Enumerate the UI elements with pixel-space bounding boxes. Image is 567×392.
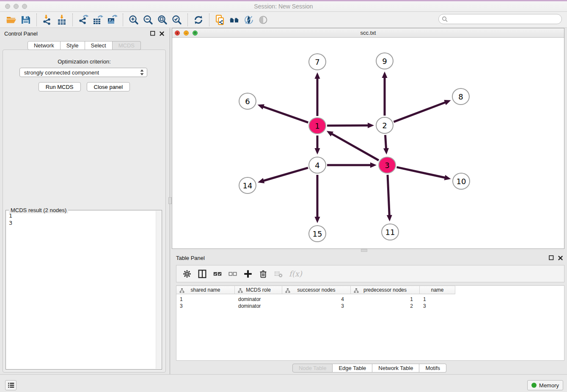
save-session-icon[interactable] bbox=[19, 13, 33, 27]
graph-node-9[interactable]: 9 bbox=[376, 52, 394, 69]
run-mcds-button[interactable]: Run MCDS bbox=[39, 82, 81, 91]
graph-node-15[interactable]: 15 bbox=[308, 225, 326, 242]
graph-node-6[interactable]: 6 bbox=[239, 93, 256, 110]
column-header-MCDS-role[interactable]: MCDS role bbox=[235, 286, 282, 294]
import-network-icon[interactable] bbox=[40, 13, 55, 27]
graph-node-1[interactable]: 1 bbox=[308, 117, 326, 134]
tab-mcds[interactable]: MCDS bbox=[113, 41, 141, 50]
cell[interactable]: 1 bbox=[176, 296, 235, 302]
main-toolbar bbox=[0, 12, 567, 28]
edge-1-7[interactable] bbox=[315, 72, 320, 116]
cell[interactable]: 1 bbox=[351, 296, 420, 302]
list-icon bbox=[7, 381, 15, 389]
column-header-name[interactable]: name bbox=[420, 286, 455, 294]
show-graphics-details-icon[interactable] bbox=[242, 13, 256, 27]
delete-table-icon[interactable] bbox=[272, 268, 285, 280]
zoom-in-icon[interactable] bbox=[127, 13, 141, 27]
function-builder-icon[interactable]: f(x) bbox=[287, 269, 302, 278]
edge-1-6[interactable] bbox=[258, 104, 308, 122]
select-all-icon[interactable] bbox=[211, 268, 224, 280]
zoom-selected-icon[interactable] bbox=[170, 13, 184, 27]
import-table-icon[interactable] bbox=[55, 13, 69, 27]
edge-3-11[interactable] bbox=[387, 175, 392, 221]
tab-motifs[interactable]: Motifs bbox=[419, 364, 446, 373]
table-row[interactable]: 3dominator323 bbox=[176, 303, 564, 309]
memory-button[interactable]: Memory bbox=[527, 380, 563, 390]
cell[interactable]: 3 bbox=[282, 303, 351, 309]
export-network-icon[interactable] bbox=[76, 13, 91, 27]
search-field[interactable] bbox=[438, 14, 562, 24]
graph-node-10[interactable]: 10 bbox=[452, 173, 470, 190]
tab-network[interactable]: Network bbox=[28, 41, 61, 50]
search-input[interactable] bbox=[448, 15, 561, 23]
node-table[interactable]: shared nameMCDS rolesuccessor nodesprede… bbox=[176, 285, 564, 361]
session-title: Session: New Session bbox=[0, 3, 567, 10]
table-header-row: shared nameMCDS rolesuccessor nodesprede… bbox=[176, 286, 564, 294]
toggle-column-icon[interactable] bbox=[196, 268, 209, 280]
graph-node-8[interactable]: 8 bbox=[452, 88, 470, 105]
open-file-icon[interactable] bbox=[4, 13, 19, 27]
cell[interactable]: 1 bbox=[420, 296, 455, 302]
graph-node-4[interactable]: 4 bbox=[308, 157, 326, 174]
export-table-icon[interactable] bbox=[91, 13, 105, 27]
create-column-icon[interactable] bbox=[242, 268, 254, 280]
table-row[interactable]: 1dominator411 bbox=[176, 296, 564, 303]
first-neighbors-icon[interactable] bbox=[227, 13, 242, 27]
tab-edge-table[interactable]: Edge Table bbox=[333, 364, 372, 373]
edge-2-8[interactable] bbox=[394, 100, 451, 122]
close-table-panel-icon[interactable] bbox=[558, 256, 563, 260]
edge-1-2[interactable] bbox=[327, 123, 374, 128]
zoom-fit-icon[interactable] bbox=[155, 13, 170, 27]
hide-graphics-details-icon[interactable] bbox=[256, 13, 270, 27]
edge-4-15[interactable] bbox=[315, 175, 320, 223]
cell[interactable]: dominator bbox=[235, 303, 282, 309]
edge-1-4[interactable] bbox=[315, 135, 320, 155]
horizontal-splitter-grip[interactable] bbox=[361, 249, 367, 252]
tab-node-table[interactable]: Node Table bbox=[292, 364, 333, 373]
edge-4-3[interactable] bbox=[327, 163, 377, 168]
column-header-predecessor-nodes[interactable]: predecessor nodes bbox=[351, 286, 420, 294]
zoom-out-icon[interactable] bbox=[141, 13, 155, 27]
memory-status-icon bbox=[531, 383, 537, 388]
result-line: 1 bbox=[9, 212, 155, 219]
edge-3-10[interactable] bbox=[396, 167, 451, 180]
apply-layout-icon[interactable] bbox=[191, 13, 206, 27]
tab-network-table[interactable]: Network Table bbox=[372, 364, 419, 373]
edge-4-14[interactable] bbox=[258, 168, 308, 183]
show-panels-button[interactable] bbox=[5, 380, 17, 390]
graph-node-3[interactable]: 3 bbox=[378, 157, 396, 174]
cell[interactable]: dominator bbox=[235, 296, 282, 302]
toolbar-separator bbox=[72, 14, 73, 26]
optimization-criterion-select[interactable]: strongly connected component bbox=[19, 68, 147, 77]
column-header-successor-nodes[interactable]: successor nodes bbox=[282, 286, 351, 294]
splitter-grip[interactable] bbox=[168, 197, 172, 204]
cell[interactable]: 2 bbox=[351, 303, 420, 309]
tab-style[interactable]: Style bbox=[61, 41, 85, 50]
tab-select[interactable]: Select bbox=[85, 41, 113, 50]
float-table-panel-icon[interactable] bbox=[549, 255, 554, 260]
close-panel-icon[interactable] bbox=[160, 31, 164, 36]
mcds-result-list[interactable]: 13 bbox=[6, 211, 155, 368]
network-canvas[interactable]: 7968124314101511 bbox=[172, 38, 564, 248]
cell[interactable]: 4 bbox=[282, 296, 351, 302]
graph-node-2[interactable]: 2 bbox=[376, 117, 394, 134]
float-panel-icon[interactable] bbox=[150, 31, 155, 36]
network-from-selection-icon[interactable] bbox=[213, 13, 227, 27]
edge-3-1[interactable] bbox=[327, 131, 379, 160]
unselect-all-icon[interactable] bbox=[226, 268, 239, 280]
network-window-titlebar[interactable]: x – + scc.txt bbox=[172, 28, 564, 38]
graph-node-11[interactable]: 11 bbox=[381, 224, 399, 240]
export-image-icon[interactable] bbox=[105, 13, 119, 27]
table-settings-icon[interactable] bbox=[181, 268, 193, 280]
delete-column-icon[interactable] bbox=[257, 268, 270, 280]
cell[interactable]: 3 bbox=[176, 303, 235, 309]
edge-2-3[interactable] bbox=[383, 135, 389, 155]
cell[interactable]: 3 bbox=[420, 303, 455, 309]
edge-2-9[interactable] bbox=[382, 72, 388, 116]
close-panel-button[interactable]: Close panel bbox=[87, 82, 130, 91]
vertical-splitter[interactable] bbox=[168, 28, 172, 374]
graph-node-7[interactable]: 7 bbox=[308, 53, 326, 70]
graph-node-14[interactable]: 14 bbox=[239, 177, 256, 194]
column-header-shared-name[interactable]: shared name bbox=[176, 286, 235, 294]
result-scrollbar[interactable] bbox=[156, 211, 161, 369]
